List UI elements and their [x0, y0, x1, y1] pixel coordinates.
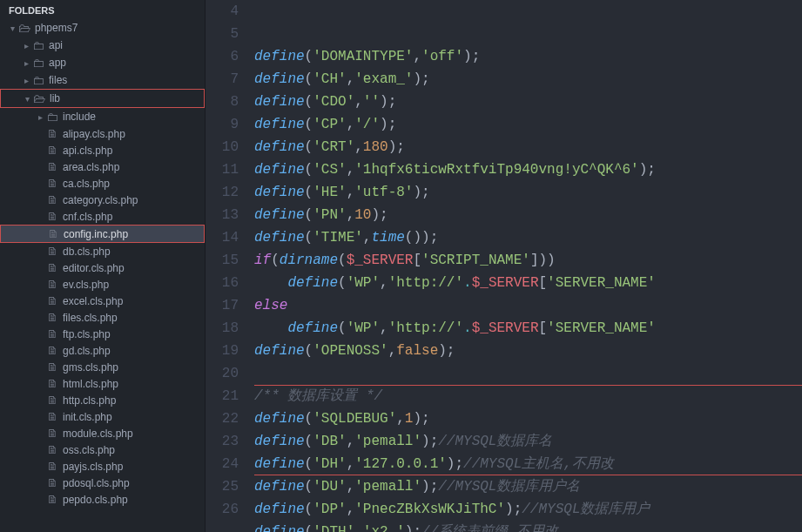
- file-item[interactable]: ev.cls.php: [0, 276, 205, 293]
- file-icon: [45, 460, 59, 473]
- code-line[interactable]: define('OPENOSS',false);: [254, 340, 802, 362]
- file-item[interactable]: ca.cls.php: [0, 175, 205, 192]
- tree-item-label: gms.cls.php: [63, 361, 118, 374]
- token-punct: ,: [388, 343, 397, 359]
- highlight-box: lib: [0, 89, 205, 108]
- token-fn: define: [254, 456, 305, 472]
- code-line[interactable]: define('CRT',180);: [254, 136, 802, 158]
- token-punct: );: [371, 207, 388, 223]
- file-item[interactable]: cnf.cls.php: [0, 208, 205, 225]
- code-line[interactable]: define('DU','pemall');//MYSQL数据库用户名: [254, 475, 802, 498]
- code-line[interactable]: define('CH','exam_');: [254, 68, 802, 91]
- token-str: 'SERVER_NAME': [547, 320, 656, 336]
- token-punct: );: [505, 502, 522, 517]
- token-punct: ,: [354, 94, 363, 110]
- file-item[interactable]: pepdo.cls.php: [0, 491, 205, 508]
- file-item[interactable]: excel.cls.php: [0, 293, 205, 309]
- code-line[interactable]: define('PN',10);: [254, 204, 802, 226]
- file-item[interactable]: payjs.cls.php: [0, 458, 205, 475]
- token-fn: define: [254, 185, 305, 200]
- file-item[interactable]: db.cls.php: [0, 243, 205, 259]
- token-punct: (: [305, 71, 313, 87]
- file-item[interactable]: area.cls.php: [0, 158, 205, 175]
- token-str: 'exam_': [354, 71, 413, 87]
- folder-item[interactable]: phpems7: [0, 19, 205, 37]
- file-item[interactable]: http.cls.php: [0, 392, 205, 408]
- file-item[interactable]: category.cls.php: [0, 192, 205, 208]
- file-icon: [45, 294, 59, 307]
- code-line[interactable]: define('DP','PnecZBkXsWKJiThC');//MYSQL数…: [254, 498, 802, 521]
- code-line[interactable]: define('DTH','x2_');//系统表前缀,不用改: [254, 521, 802, 532]
- file-item[interactable]: editor.cls.php: [0, 259, 205, 276]
- code-line[interactable]: define('DOMAINTYPE','off');: [254, 45, 802, 68]
- code-line[interactable]: define('CS','1hqfx6ticwRxtfviTp940vng!yC…: [254, 158, 802, 181]
- token-str: 'CS': [313, 162, 346, 178]
- file-item[interactable]: gms.cls.php: [0, 359, 205, 375]
- code-area[interactable]: define('DOMAINTYPE','off');define('CH','…: [254, 0, 802, 532]
- file-item[interactable]: ftp.cls.php: [0, 326, 205, 342]
- code-line[interactable]: define('DB','pemall');//MYSQL数据库名: [254, 430, 802, 453]
- file-item[interactable]: module.cls.php: [0, 425, 205, 441]
- code-line[interactable]: define('DH','127.0.0.1');//MYSQL主机名,不用改: [254, 453, 802, 475]
- line-number: 22: [206, 407, 239, 430]
- code-line[interactable]: /** 数据库设置 */: [254, 385, 802, 407]
- token-str: 'SCRIPT_NAME': [421, 253, 530, 268]
- code-line[interactable]: define('WP','http://'.$_SERVER['SERVER_N…: [254, 272, 802, 294]
- folder-sidebar[interactable]: FOLDERS phpems7apiappfileslibincludealip…: [0, 0, 206, 532]
- folder-item[interactable]: files: [0, 71, 205, 89]
- code-line[interactable]: else: [254, 294, 802, 317]
- token-punct: );: [388, 139, 405, 155]
- disclosure-icon[interactable]: [7, 24, 17, 33]
- line-number: 16: [206, 272, 239, 294]
- disclosure-icon[interactable]: [21, 41, 31, 51]
- line-number: 9: [206, 113, 239, 136]
- code-line[interactable]: define('SQLDEBUG',1);: [254, 407, 802, 430]
- file-icon: [45, 311, 59, 324]
- code-line[interactable]: [254, 362, 802, 385]
- token-fn: define: [254, 94, 305, 110]
- tree-item-label: config.inc.php: [64, 228, 128, 240]
- tree-item-label: api.cls.php: [63, 145, 112, 157]
- token-punct: ,: [354, 524, 363, 532]
- folder-icon: [31, 56, 45, 70]
- file-item[interactable]: html.cls.php: [0, 375, 205, 392]
- tree-item-label: lib: [50, 92, 60, 104]
- disclosure-icon[interactable]: [21, 76, 31, 85]
- code-line[interactable]: define('HE','utf-8');: [254, 181, 802, 204]
- token-str: 'HE': [313, 185, 346, 200]
- file-icon: [45, 127, 59, 140]
- disclosure-icon[interactable]: [22, 94, 32, 104]
- token-comment: //MYSQL数据库名: [438, 434, 552, 449]
- folder-item[interactable]: include: [0, 108, 205, 125]
- token-str: '/': [354, 117, 380, 132]
- file-item[interactable]: files.cls.php: [0, 309, 205, 326]
- folder-item[interactable]: lib: [1, 90, 204, 107]
- line-number: 20: [206, 362, 239, 385]
- file-item[interactable]: init.cls.php: [0, 408, 205, 425]
- token-str: 'DP': [313, 502, 346, 517]
- file-item[interactable]: oss.cls.php: [0, 441, 205, 458]
- code-line[interactable]: define('TIME',time());: [254, 226, 802, 249]
- code-line[interactable]: define('CP','/');: [254, 113, 802, 136]
- tree-item-label: module.cls.php: [63, 428, 133, 440]
- file-item[interactable]: gd.cls.php: [0, 342, 205, 359]
- file-icon: [45, 210, 59, 223]
- tree-item-label: editor.cls.php: [63, 262, 125, 274]
- file-tree[interactable]: phpems7apiappfileslibincludealipay.cls.p…: [0, 19, 205, 508]
- code-editor[interactable]: 4567891011121314151617181920212223242526…: [206, 0, 802, 532]
- disclosure-icon[interactable]: [21, 58, 31, 68]
- file-item[interactable]: alipay.cls.php: [0, 125, 205, 142]
- token-comment: /** 数据库设置 */: [254, 388, 382, 404]
- file-item[interactable]: pdosql.cls.php: [0, 475, 205, 491]
- code-line[interactable]: define('CDO','');: [254, 91, 802, 113]
- code-line[interactable]: if(dirname($_SERVER['SCRIPT_NAME'])): [254, 249, 802, 272]
- token-punct: ])): [530, 253, 556, 268]
- folder-item[interactable]: api: [0, 37, 205, 54]
- disclosure-icon[interactable]: [35, 112, 45, 122]
- token-str: 'DOMAINTYPE': [313, 49, 413, 64]
- file-item[interactable]: api.cls.php: [0, 142, 205, 158]
- folder-item[interactable]: app: [0, 54, 205, 71]
- token-punct: );: [447, 456, 463, 472]
- code-line[interactable]: define('WP','http://'.$_SERVER['SERVER_N…: [254, 317, 802, 340]
- file-item[interactable]: config.inc.php: [1, 226, 204, 242]
